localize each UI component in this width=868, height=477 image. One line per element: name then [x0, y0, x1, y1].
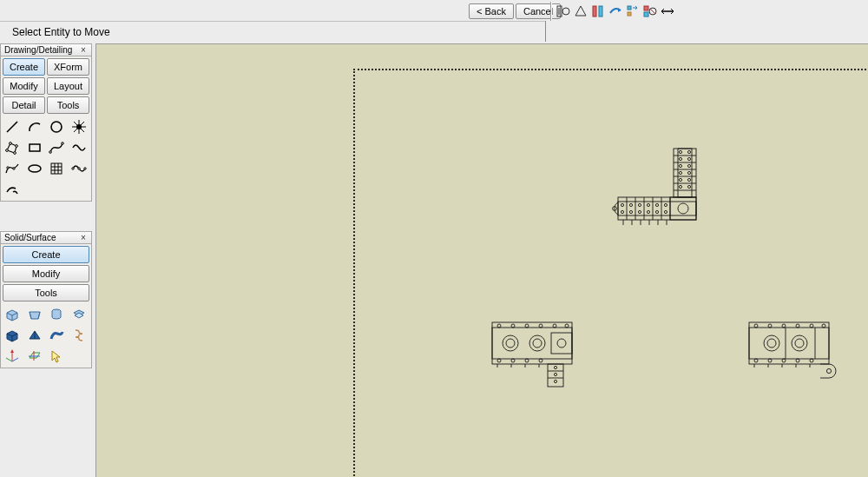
sweep-icon[interactable]	[47, 326, 66, 345]
tab-solid-create[interactable]: Create	[3, 246, 89, 263]
paper-border	[353, 69, 868, 477]
revolve-icon[interactable]	[47, 305, 66, 324]
svg-point-58	[687, 157, 690, 160]
extrude-icon[interactable]	[3, 305, 22, 324]
svg-point-98	[503, 335, 518, 351]
tab-create[interactable]: Create	[3, 58, 45, 76]
svg-point-78	[629, 210, 632, 213]
offset-icon[interactable]	[69, 305, 89, 324]
arc-icon[interactable]	[25, 117, 44, 136]
svg-point-56	[687, 150, 690, 153]
bezier-icon[interactable]	[47, 138, 66, 157]
svg-marker-44	[10, 349, 14, 353]
back-button[interactable]: < Back	[469, 3, 514, 19]
circle-icon[interactable]	[47, 117, 66, 136]
column-toggle-icon[interactable]	[590, 3, 606, 19]
nurbs-icon[interactable]	[3, 159, 22, 178]
triangle-icon[interactable]	[573, 3, 589, 19]
svg-point-104	[525, 324, 529, 328]
svg-point-84	[655, 210, 658, 213]
svg-point-85	[664, 203, 667, 206]
svg-point-26	[7, 167, 9, 169]
svg-point-138	[782, 359, 786, 362]
top-icon-row	[556, 3, 675, 20]
svg-point-141	[826, 368, 831, 373]
svg-point-28	[29, 165, 41, 172]
svg-point-129	[795, 339, 804, 348]
svg-point-62	[687, 171, 690, 174]
plane-icon[interactable]	[25, 347, 44, 366]
svg-line-12	[7, 122, 17, 132]
svg-rect-124	[749, 322, 829, 364]
panel-solid-title[interactable]: Solid/Surface ×	[1, 232, 91, 244]
tab-xform[interactable]: XForm	[47, 58, 89, 76]
svg-point-65	[679, 185, 681, 188]
tab-layout[interactable]: Layout	[47, 77, 89, 95]
options-icon[interactable]	[642, 3, 658, 19]
svg-point-103	[511, 324, 515, 328]
hatch-icon[interactable]	[47, 159, 66, 178]
rib-icon[interactable]	[25, 326, 44, 345]
panel-solid-close-icon[interactable]: ×	[79, 234, 88, 242]
polygon-icon[interactable]	[3, 138, 22, 157]
svg-point-86	[664, 210, 667, 213]
svg-point-76	[621, 210, 623, 213]
svg-rect-97	[492, 328, 572, 359]
svg-rect-112	[551, 333, 572, 354]
panel-drawing-label: Drawing/Detailing	[4, 45, 72, 55]
point-icon[interactable]	[69, 117, 89, 136]
pick-icon[interactable]	[47, 347, 66, 366]
horizontal-icon[interactable]	[660, 3, 675, 19]
svg-rect-125	[749, 328, 829, 359]
axes-icon[interactable]	[3, 347, 22, 366]
svg-rect-6	[628, 12, 631, 16]
svg-point-80	[638, 210, 641, 213]
svg-point-128	[792, 335, 807, 351]
tab-solid-tools[interactable]: Tools	[3, 284, 89, 301]
svg-point-75	[621, 203, 623, 206]
svg-point-1	[562, 8, 569, 15]
svg-point-134	[810, 324, 813, 328]
svg-rect-29	[51, 163, 62, 174]
panel-drawing-title[interactable]: Drawing/Detailing ×	[1, 44, 91, 56]
line-icon[interactable]	[3, 117, 22, 136]
redo-arrow-icon[interactable]	[608, 3, 623, 19]
spline-edit-icon[interactable]	[69, 159, 89, 178]
svg-rect-4	[599, 6, 602, 17]
tab-solid-modify[interactable]: Modify	[3, 265, 89, 282]
tab-detail[interactable]: Detail	[3, 96, 45, 114]
cancel-button[interactable]: Cancel	[516, 3, 561, 19]
svg-point-111	[539, 359, 542, 362]
svg-point-107	[565, 324, 569, 328]
svg-rect-68	[618, 202, 696, 215]
svg-line-10	[650, 9, 655, 14]
ellipse-icon[interactable]	[25, 159, 44, 178]
cad-part-top	[611, 147, 715, 234]
tab-tools[interactable]: Tools	[47, 96, 89, 114]
svg-point-82	[647, 210, 649, 213]
svg-point-139	[796, 359, 799, 362]
svg-point-101	[533, 339, 542, 348]
svg-point-20	[10, 142, 12, 145]
panel-solid-label: Solid/Surface	[4, 233, 56, 242]
svg-point-27	[13, 168, 15, 169]
svg-point-19	[6, 149, 9, 152]
entity-options-icon[interactable]	[556, 3, 571, 19]
shell-icon[interactable]	[3, 326, 22, 345]
svg-rect-48	[678, 149, 692, 197]
cut-icon[interactable]	[3, 180, 22, 199]
loft-icon[interactable]	[25, 305, 44, 324]
drawing-canvas[interactable]	[95, 43, 868, 477]
wave-icon[interactable]	[69, 138, 89, 157]
stretch-icon[interactable]	[625, 3, 641, 19]
svg-rect-7	[644, 6, 648, 10]
helix-icon[interactable]	[69, 326, 89, 345]
svg-point-21	[16, 145, 18, 148]
svg-rect-47	[674, 149, 696, 197]
svg-point-135	[822, 324, 825, 328]
tab-modify[interactable]: Modify	[3, 77, 45, 95]
svg-point-106	[553, 324, 556, 328]
rectangle-icon[interactable]	[25, 138, 44, 157]
svg-point-60	[687, 164, 690, 167]
panel-drawing-close-icon[interactable]: ×	[79, 46, 88, 55]
